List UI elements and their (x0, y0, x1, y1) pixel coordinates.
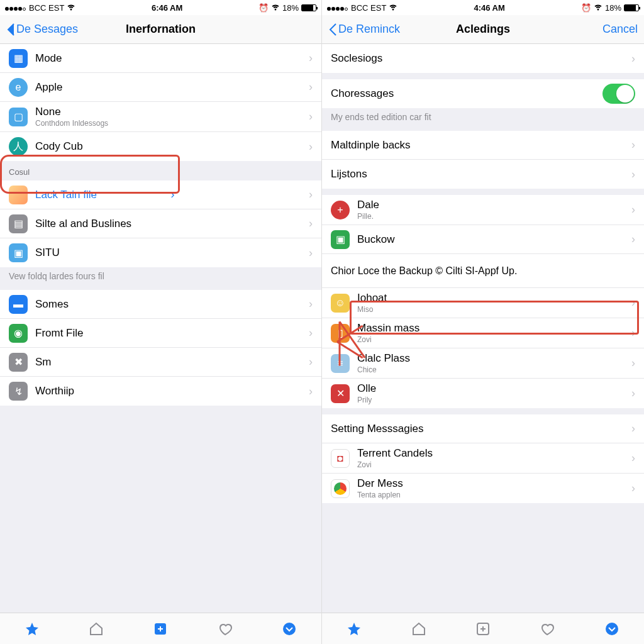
chevron-right-icon: › (309, 110, 313, 123)
row-cody-cub[interactable]: 人 Cody Cub › (0, 132, 321, 161)
folder-icon: ▬ (9, 295, 28, 314)
chevron-right-icon: › (309, 247, 313, 260)
tab-star[interactable] (345, 620, 363, 638)
back-button[interactable]: De Reminck (328, 23, 400, 36)
chevron-right-icon: › (631, 387, 635, 400)
tab-home[interactable] (87, 620, 105, 638)
chevron-right-icon: › (309, 385, 313, 398)
row-callout-text: Chior Loce the Backup © Cilti SI-Appf Up… (322, 254, 644, 288)
row-none[interactable]: ▢ None Conthdom Inldessogs › (0, 102, 321, 132)
plus-icon: + (331, 201, 350, 219)
tab-bar (322, 613, 644, 644)
svg-point-1 (283, 623, 296, 635)
row-apple[interactable]: e Apple › (0, 73, 321, 102)
row-lijstons[interactable]: Lijstons › (322, 160, 644, 189)
wifi-icon (271, 3, 280, 13)
tab-star[interactable] (23, 620, 41, 638)
row-lack-tain-file[interactable]: Lack Tain file › › (0, 180, 321, 209)
back-label: De Sesages (16, 23, 78, 36)
tab-bar (0, 613, 321, 644)
row-mode[interactable]: ▦ Mode › (0, 44, 321, 73)
tab-check[interactable] (280, 620, 298, 638)
wrench-icon: ✖ (9, 353, 28, 372)
chevron-right-icon: › (631, 452, 635, 465)
back-label: De Reminck (338, 23, 400, 36)
row-clalc-plass[interactable]: ≡ Clalc PlassChice › (322, 348, 644, 379)
chevron-right-icon: › (631, 482, 635, 495)
chevron-right-icon: › (631, 422, 635, 435)
right-screen: BCC EST 4:46 AM ⏰ 18% De Reminck Acledin… (322, 0, 644, 644)
nav-bar: De Sesages Inerfornation (0, 15, 321, 44)
tab-plus[interactable] (152, 620, 169, 638)
svg-point-3 (606, 623, 618, 635)
row-olle[interactable]: ✕ OllePrily › (322, 379, 644, 408)
back-button[interactable]: De Sesages (6, 23, 78, 36)
bag-icon: ▢ (9, 108, 28, 126)
green-app-icon: ▣ (331, 230, 350, 249)
row-choressages-toggle[interactable]: Choressages (322, 79, 644, 108)
highlight-annotation (350, 301, 639, 335)
section-footer: Vew foldq lardes fours fil (0, 267, 321, 290)
game-icon: ☺ (331, 294, 350, 313)
chevron-right-icon: › (309, 217, 313, 230)
cancel-button[interactable]: Cancel (602, 23, 638, 36)
alarm-icon: ⏰ (581, 3, 591, 13)
signal-dots-icon (5, 3, 26, 13)
chevron-right-icon: › (631, 138, 635, 152)
chevron-right-icon: › (309, 140, 313, 153)
tab-heart[interactable] (538, 620, 556, 638)
app-icon: ▣ (9, 243, 28, 262)
row-setting-messagies[interactable]: Setting Messsagies › (322, 414, 644, 443)
wifi-icon (594, 3, 602, 13)
status-bar: BCC EST 4:46 AM ⏰ 18% (322, 0, 644, 15)
carrier-label: BCC EST (351, 3, 386, 13)
list-icon: ≡ (331, 354, 350, 373)
battery-icon (624, 4, 639, 11)
edge-icon: e (9, 78, 28, 97)
grid-icon: ▤ (9, 214, 28, 233)
photo-icon (9, 186, 28, 204)
row-terrent-candels[interactable]: ◘ Terrent CandelsZovi › (322, 443, 644, 474)
row-soclesiogs[interactable]: Soclesiogs › (322, 44, 644, 73)
chevron-right-icon: › (631, 52, 635, 65)
row-sm[interactable]: ✖ Sm › (0, 348, 321, 377)
carrier-label: BCC EST (29, 3, 64, 13)
chevron-right-icon: › (309, 297, 313, 311)
wifi-icon (389, 3, 397, 13)
row-somes[interactable]: ▬ Somes › (0, 290, 321, 319)
chevron-right-icon: › (631, 203, 635, 216)
status-bar: BCC EST 6:46 AM ⏰ 18% (0, 0, 321, 15)
content-scroll[interactable]: ▦ Mode › e Apple › ▢ None Conthdom Inlde… (0, 44, 321, 613)
clock: 4:46 AM (397, 3, 581, 13)
row-maltdinple-backs[interactable]: Maltdinple backs › (322, 131, 644, 160)
trash-icon: ▯ (331, 324, 350, 343)
chevron-right-icon: › (309, 80, 313, 94)
chevron-right-icon: › (309, 188, 313, 201)
row-der-mess[interactable]: Der MessTenta applen › (322, 474, 644, 503)
chevron-right-icon: › (631, 233, 635, 246)
row-situ[interactable]: ▣ SITU › (0, 238, 321, 267)
toggle-switch[interactable] (602, 84, 635, 104)
battery-icon (301, 4, 316, 11)
left-screen: BCC EST 6:46 AM ⏰ 18% De Sesages Inerfor… (0, 0, 322, 644)
section-header: Cosul (0, 161, 321, 180)
alarm-icon: ⏰ (258, 3, 269, 13)
key-icon: ↯ (9, 382, 28, 401)
nav-bar: De Reminck Acledings Cancel (322, 15, 644, 44)
tab-home[interactable] (410, 620, 428, 638)
tab-check[interactable] (603, 620, 621, 638)
row-fromt-file[interactable]: ◉ Fromt File › (0, 319, 321, 348)
row-worthiip[interactable]: ↯ Worthiip › (0, 377, 321, 406)
clock: 6:46 AM (75, 3, 258, 13)
whats-icon: ◉ (9, 324, 28, 343)
chevron-right-icon: › (631, 168, 635, 181)
tab-heart[interactable] (216, 620, 234, 638)
row-dale[interactable]: + DalePille. › (322, 195, 644, 225)
chevron-right-icon: › (309, 355, 313, 369)
tab-plus[interactable] (474, 620, 492, 638)
toggle-footer: My ends ted edition car fit (322, 108, 644, 131)
signal-dots-icon (327, 3, 348, 13)
chevron-right-icon: › (631, 357, 635, 370)
row-silte-business[interactable]: ▤ Silte al and Buslines › (0, 209, 321, 238)
row-buckow[interactable]: ▣ Buckow › (322, 225, 644, 254)
